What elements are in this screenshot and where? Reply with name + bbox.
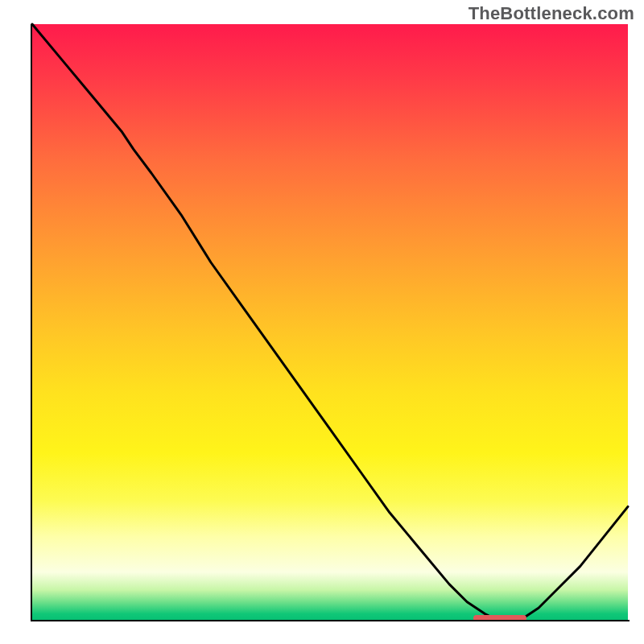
x-axis-line [31,620,630,621]
watermark-text: TheBottleneck.com [469,3,634,24]
bottleneck-curve-path [32,24,628,620]
chart-canvas: TheBottleneck.com [0,0,644,644]
plot-area [32,24,628,620]
y-axis-line [31,24,32,621]
curve-svg [32,24,628,620]
